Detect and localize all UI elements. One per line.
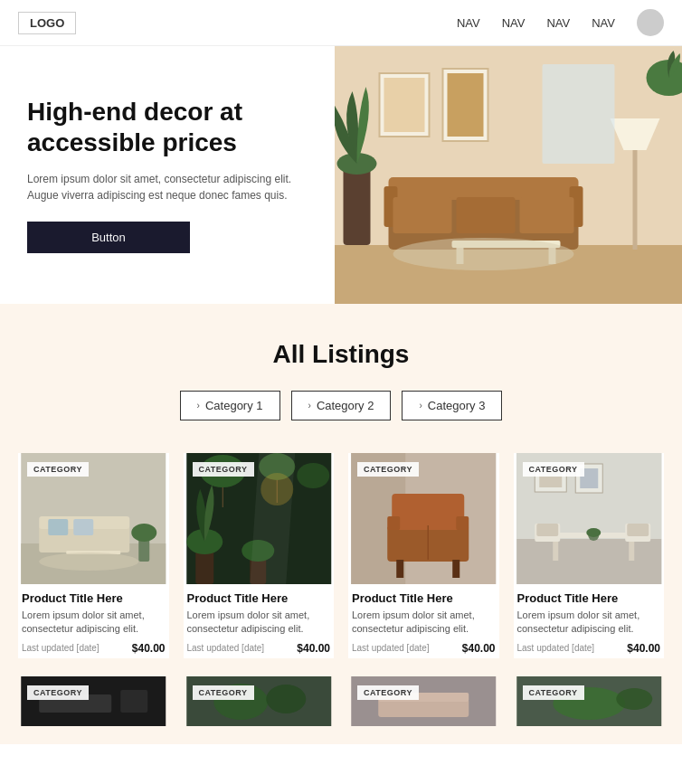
svg-rect-58 — [516, 539, 661, 584]
svg-rect-7 — [344, 164, 371, 245]
product-price-3: $40.00 — [462, 642, 496, 655]
category-label-2: Category 2 — [317, 399, 374, 412]
nav-item-4[interactable]: NAV — [592, 16, 615, 30]
product-card-2[interactable]: CATEGORY Product Title Here Lorem ipsum … — [184, 453, 335, 658]
product-image-wrapper-bottom-3: CATEGORY — [348, 676, 499, 726]
svg-rect-28 — [48, 519, 68, 535]
product-price-1: $40.00 — [132, 642, 166, 655]
nav-item-3[interactable]: NAV — [546, 16, 570, 30]
product-date-4: Last updated [date] — [517, 643, 595, 653]
svg-point-37 — [297, 463, 329, 488]
category-badge-bottom-4: CATEGORY — [523, 685, 584, 700]
category-label-3: Category 3 — [428, 399, 486, 412]
nav-item-1[interactable]: NAV — [457, 16, 480, 30]
product-desc-4: Lorem ipsum dolor sit amet, consectetur … — [517, 609, 661, 637]
product-footer-4: Last updated [date] $40.00 — [517, 642, 661, 655]
svg-rect-13 — [393, 197, 452, 233]
svg-rect-52 — [452, 560, 459, 578]
category-badge-3: CATEGORY — [357, 462, 419, 477]
product-footer-1: Last updated [date] $40.00 — [22, 642, 166, 655]
chevron-icon-1: › — [197, 401, 200, 411]
category-badge-bottom-3: CATEGORY — [357, 685, 419, 700]
product-footer-3: Last updated [date] $40.00 — [352, 642, 496, 655]
logo: LOGO — [18, 12, 76, 34]
svg-rect-74 — [120, 690, 147, 713]
product-image-wrapper-bottom-1: CATEGORY — [18, 676, 169, 726]
svg-rect-23 — [543, 64, 615, 164]
category-badge-2: CATEGORY — [193, 462, 254, 477]
hero-button[interactable]: Button — [27, 222, 190, 253]
product-grid: CATEGORY Product Title Here Lorem ipsum … — [18, 453, 664, 658]
category-badge-bottom-2: CATEGORY — [193, 685, 254, 700]
header: LOGO NAV NAV NAV NAV — [0, 0, 682, 46]
category-label-1: Category 1 — [205, 399, 263, 412]
product-card-bottom-1[interactable]: CATEGORY — [18, 676, 169, 726]
product-image-bottom-3 — [348, 676, 499, 726]
listings-title: All Listings — [18, 340, 664, 369]
svg-rect-67 — [536, 524, 558, 536]
product-card-bottom-3[interactable]: CATEGORY — [348, 676, 499, 726]
nav-links: NAV NAV NAV NAV — [457, 9, 664, 36]
product-date-2: Last updated [date] — [187, 643, 265, 653]
product-image-wrapper-4: CATEGORY — [514, 453, 665, 584]
svg-rect-6 — [448, 73, 484, 137]
product-desc-1: Lorem ipsum dolor sit amet, consectetur … — [22, 609, 166, 637]
svg-point-33 — [131, 524, 156, 542]
hero-illustration — [335, 46, 682, 304]
user-avatar[interactable] — [637, 9, 664, 36]
svg-rect-10 — [389, 177, 579, 200]
svg-rect-29 — [73, 519, 93, 535]
svg-point-77 — [266, 685, 306, 713]
hero-description: Lorem ipsum dolor sit amet, consectetur … — [27, 171, 308, 203]
product-title-3: Product Title Here — [352, 591, 496, 605]
product-image-bottom-1 — [18, 676, 169, 726]
product-image-wrapper-bottom-2: CATEGORY — [184, 676, 335, 726]
svg-rect-69 — [627, 524, 649, 536]
product-info-2: Product Title Here Lorem ipsum dolor sit… — [184, 584, 335, 658]
product-image-bottom-2 — [184, 676, 335, 726]
category-filters: › Category 1 › Category 2 › Category 3 — [18, 391, 664, 420]
category-badge-1: CATEGORY — [27, 462, 89, 477]
product-desc-3: Lorem ipsum dolor sit amet, consectetur … — [352, 609, 496, 637]
product-image-wrapper-1: CATEGORY — [18, 453, 169, 584]
product-image-wrapper-3: CATEGORY — [348, 453, 499, 584]
product-desc-2: Lorem ipsum dolor sit amet, consectetur … — [187, 609, 331, 637]
category-btn-3[interactable]: › Category 3 — [402, 391, 502, 420]
product-info-4: Product Title Here Lorem ipsum dolor sit… — [514, 584, 665, 658]
svg-point-45 — [260, 473, 293, 505]
svg-rect-50 — [392, 494, 464, 530]
chevron-icon-3: › — [419, 401, 422, 411]
product-title-1: Product Title Here — [22, 591, 166, 605]
product-title-4: Product Title Here — [517, 591, 661, 605]
svg-point-31 — [39, 553, 138, 571]
svg-point-19 — [393, 238, 574, 270]
product-footer-2: Last updated [date] $40.00 — [187, 642, 331, 655]
hero-image — [335, 46, 682, 304]
product-title-2: Product Title Here — [187, 591, 331, 605]
category-btn-1[interactable]: › Category 1 — [180, 391, 280, 420]
product-date-3: Last updated [date] — [352, 643, 430, 653]
product-card-3[interactable]: CATEGORY Product Title Here Lorem ipsum … — [348, 453, 499, 658]
product-info-1: Product Title Here Lorem ipsum dolor sit… — [18, 584, 169, 658]
product-grid-bottom: CATEGORY CATEGORY CATEGORY — [18, 676, 664, 726]
product-card-bottom-2[interactable]: CATEGORY — [184, 676, 335, 726]
svg-rect-15 — [520, 197, 574, 233]
nav-item-2[interactable]: NAV — [502, 16, 526, 30]
category-btn-2[interactable]: › Category 2 — [291, 391, 392, 420]
product-image-wrapper-bottom-4: CATEGORY — [514, 676, 665, 726]
product-price-2: $40.00 — [297, 642, 330, 655]
chevron-icon-2: › — [308, 401, 311, 411]
svg-point-83 — [616, 688, 652, 710]
product-card-bottom-4[interactable]: CATEGORY — [514, 676, 665, 726]
product-card-1[interactable]: CATEGORY Product Title Here Lorem ipsum … — [18, 453, 169, 658]
product-price-4: $40.00 — [627, 642, 660, 655]
product-image-bottom-4 — [514, 676, 665, 726]
product-image-wrapper-2: CATEGORY — [184, 453, 335, 584]
product-card-4[interactable]: CATEGORY Product Title Here Lorem ipsum … — [514, 453, 665, 658]
category-badge-bottom-1: CATEGORY — [27, 685, 89, 700]
hero-title: High-end decor at accessible prices — [27, 97, 308, 157]
listings-section: All Listings › Category 1 › Category 2 ›… — [0, 304, 682, 744]
svg-rect-51 — [396, 560, 403, 578]
svg-rect-14 — [457, 197, 516, 233]
hero-text-block: High-end decor at accessible prices Lore… — [0, 46, 335, 304]
